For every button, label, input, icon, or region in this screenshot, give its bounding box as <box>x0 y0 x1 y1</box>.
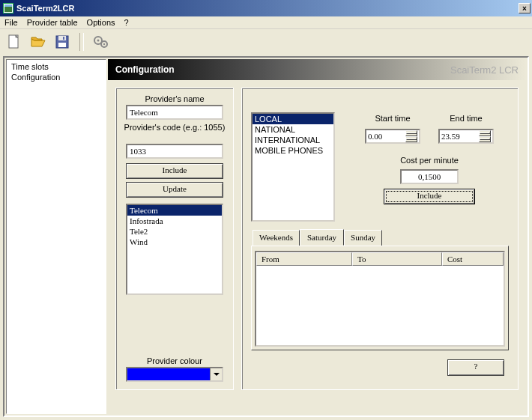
tab-saturday[interactable]: Saturday <box>300 229 344 246</box>
provider-panel: Provider's name Provider's code (e.g.: 1… <box>115 88 234 390</box>
start-time-label: Start time <box>365 114 420 123</box>
provider-list[interactable]: Telecom Infostrada Tele2 Wind <box>126 204 223 295</box>
menu-provider-table[interactable]: Provider table <box>27 18 78 27</box>
main-frame: Time slots Configuration Configuration S… <box>3 56 529 417</box>
list-item[interactable]: Wind <box>127 237 222 247</box>
menu-file[interactable]: File <box>4 18 18 27</box>
colour-dropdown-button[interactable] <box>210 368 222 380</box>
tab-content: From To Cost <box>251 246 509 350</box>
provider-code-label: Provider's code (e.g.: 1055) <box>124 123 226 132</box>
column-to[interactable]: To <box>352 252 442 266</box>
new-file-icon <box>7 34 21 49</box>
cost-label: Cost per minute <box>350 156 509 165</box>
sidebar-item-time-slots[interactable]: Time slots <box>10 61 103 72</box>
sidebar-item-configuration[interactable]: Configuration <box>10 72 103 82</box>
list-item[interactable]: MOBILE PHONES <box>253 145 333 156</box>
tab-weekends[interactable]: Weekends <box>253 230 300 246</box>
close-button[interactable]: × <box>519 3 531 13</box>
section-title: Configuration <box>115 64 175 75</box>
svg-rect-3 <box>58 43 66 47</box>
category-list[interactable]: LOCAL NATIONAL INTERNATIONAL MOBILE PHON… <box>251 112 335 222</box>
day-tabs: Weekends Saturday Sunday <box>247 229 513 246</box>
product-name: ScaiTerm2 LCR <box>450 64 519 76</box>
spin-up-button[interactable] <box>479 130 491 136</box>
provider-code-input[interactable] <box>126 144 223 159</box>
spin-up-button[interactable] <box>405 130 417 136</box>
provider-colour-picker[interactable] <box>126 367 223 382</box>
column-from[interactable]: From <box>256 252 352 266</box>
svg-point-8 <box>103 43 105 45</box>
toolbar <box>0 29 532 56</box>
toolbar-separator <box>79 33 84 51</box>
title-bar: ScaiTerm2LCR × <box>0 0 532 16</box>
spin-down-button[interactable] <box>405 136 417 142</box>
grid-header: From To Cost <box>256 252 504 266</box>
list-item[interactable]: Infostrada <box>127 216 222 226</box>
end-time-input[interactable] <box>438 129 494 144</box>
list-item[interactable]: NATIONAL <box>253 124 333 135</box>
app-icon <box>3 3 13 13</box>
chevron-down-icon <box>214 373 220 376</box>
window-title: ScaiTerm2LCR <box>16 4 74 13</box>
start-time-input[interactable] <box>365 129 420 144</box>
gears-icon <box>93 35 109 49</box>
folder-open-icon <box>31 35 46 49</box>
provider-name-input[interactable] <box>126 105 223 120</box>
floppy-disk-icon <box>55 35 69 49</box>
provider-name-label: Provider's name <box>145 94 204 103</box>
menu-help[interactable]: ? <box>124 18 129 27</box>
help-button[interactable]: ? <box>447 359 504 376</box>
main-pane: Configuration ScaiTerm2 LCR Provider's n… <box>108 59 526 414</box>
chevron-down-icon <box>480 139 490 140</box>
sidebar: Time slots Configuration <box>6 59 106 414</box>
save-button[interactable] <box>52 32 72 52</box>
list-item[interactable]: Telecom <box>127 205 222 216</box>
chevron-up-icon <box>406 133 417 134</box>
settings-button[interactable] <box>91 32 111 52</box>
list-item[interactable]: LOCAL <box>253 114 333 124</box>
section-header: Configuration ScaiTerm2 LCR <box>108 59 526 80</box>
tab-sunday[interactable]: Sunday <box>344 230 382 246</box>
spin-down-button[interactable] <box>479 136 491 142</box>
cost-input[interactable] <box>400 169 459 184</box>
chevron-up-icon <box>480 133 490 134</box>
menu-bar: File Provider table Options ? <box>0 16 532 29</box>
provider-colour-label: Provider colour <box>147 356 202 365</box>
svg-rect-4 <box>63 37 64 40</box>
colour-swatch <box>127 368 210 380</box>
rates-panel: LOCAL NATIONAL INTERNATIONAL MOBILE PHON… <box>241 88 519 390</box>
new-button[interactable] <box>4 32 24 52</box>
svg-point-6 <box>97 40 100 42</box>
end-time-label: End time <box>438 114 494 123</box>
svg-rect-2 <box>58 36 66 40</box>
rate-include-button[interactable]: Include <box>384 189 475 204</box>
open-button[interactable] <box>28 32 48 52</box>
menu-options[interactable]: Options <box>87 18 115 27</box>
list-item[interactable]: Tele2 <box>127 226 222 237</box>
provider-include-button[interactable]: Include <box>126 163 223 179</box>
end-time-field[interactable] <box>440 130 479 142</box>
rates-grid[interactable]: From To Cost <box>255 251 505 347</box>
chevron-down-icon <box>406 139 417 140</box>
start-time-field[interactable] <box>366 130 405 142</box>
column-cost[interactable]: Cost <box>442 252 504 266</box>
list-item[interactable]: INTERNATIONAL <box>253 135 333 145</box>
provider-update-button[interactable]: Update <box>126 182 223 198</box>
